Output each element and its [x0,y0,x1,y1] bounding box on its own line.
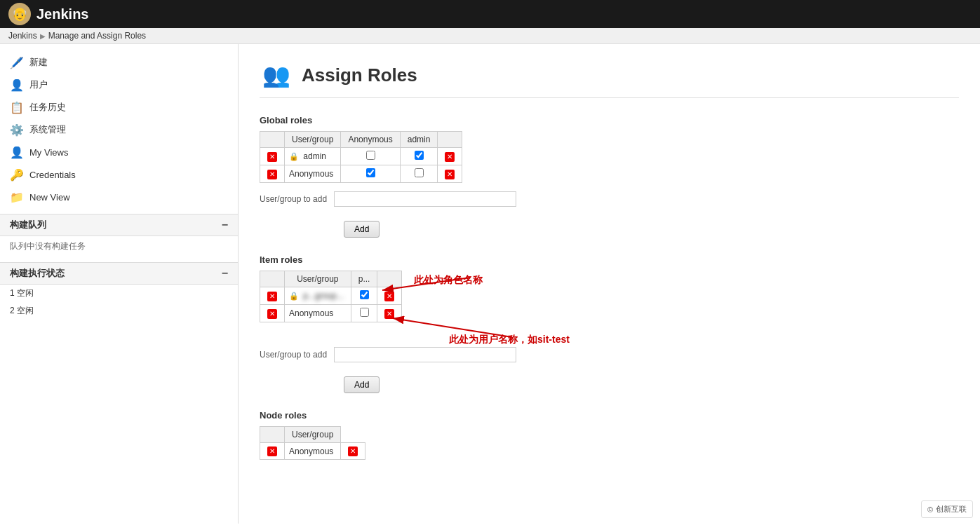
sidebar-item-credentials[interactable]: 🔑Credentials [0,163,238,186]
global-admin-check-1[interactable] [400,165,438,183]
delete-icon-global-0[interactable]: ✕ [267,152,277,162]
item-add-label: User/group to add [260,350,327,360]
col-header-admin: admin [400,132,438,148]
sidebar-icon-history: 📋 [10,100,24,114]
global-anon-check-1[interactable] [341,165,400,183]
delete2-icon-item-1[interactable]: ✕ [384,309,394,319]
sidebar-item-users[interactable]: 👤用户 [0,74,238,96]
app-header: 👴 Jenkins [0,0,980,28]
delete2-icon-global-1[interactable]: ✕ [445,170,455,179]
delete-icon-node-0[interactable]: ✕ [267,446,277,456]
page-title: Assign Roles [302,64,417,86]
sidebar-icon-manage: ⚙️ [10,123,24,137]
item-username-1: Anonymous [289,308,333,318]
item-col-delete [260,271,285,287]
item-role-check-1[interactable] [351,305,377,322]
delete-icon-item-1[interactable]: ✕ [267,309,277,319]
annotation-label-1: 此处为角色名称 [414,274,483,287]
global-add-label: User/group to add [260,194,327,204]
global-admin-check-0[interactable] [400,148,438,165]
item-role-row-0: ✕ 🔒 p...group... ✕ [260,287,402,305]
item-del2-btn-0[interactable]: ✕ [377,287,402,305]
sidebar-icon-newview: 📁 [10,190,24,204]
app-title: Jenkins [36,6,88,22]
node-del2-btn-0[interactable]: ✕ [341,443,365,460]
global-del-btn-1[interactable]: ✕ [260,165,285,183]
global-roles-title: Global roles [260,115,959,125]
build-status-list: 1 空闲2 空闲 [0,285,238,320]
item-username-blurred-0: p...group... [303,291,343,301]
jenkins-logo: 👴 [8,3,31,25]
global-anon-checkbox-0[interactable] [366,151,375,160]
node-role-row-0: ✕ Anonymous ✕ [260,443,365,460]
sidebar-label-credentials: Credentials [29,170,76,180]
item-role-checkbox-1[interactable] [360,308,369,317]
item-roles-add-row: User/group to add [260,347,959,362]
item-role-row-1: ✕ Anonymous ✕ [260,305,402,322]
col-header-anonymous: Anonymous [341,132,400,148]
global-user-cell-0: 🔒 admin [285,148,341,165]
node-roles-body: ✕ Anonymous ✕ [260,443,365,460]
global-add-input[interactable] [334,191,516,207]
main-layout: 🖊️新建👤用户📋任务历史⚙️系统管理👤My Views🔑Credentials📁… [0,44,980,524]
col-header-actions [438,132,462,148]
item-role-checkbox-0[interactable] [360,290,369,299]
node-del-btn-0[interactable]: ✕ [260,443,285,460]
build-status-title: 构建执行状态 [10,267,65,280]
breadcrumb: Jenkins ▶ Manage and Assign Roles [0,28,980,44]
watermark: © 创新互联 [921,500,973,518]
global-add-button[interactable]: Add [344,221,380,238]
delete2-icon-node-0[interactable]: ✕ [348,446,358,456]
build-queue-section: 构建队列 − [0,214,238,236]
item-col-usergroup: User/group [285,271,351,287]
delete-icon-item-0[interactable]: ✕ [267,292,277,301]
item-add-button[interactable]: Add [344,376,380,393]
global-roles-body: ✕ 🔒 admin ✕ ✕ Anonymous ✕ [260,148,462,183]
watermark-text: 创新互联 [936,504,967,514]
item-col-action2 [377,271,402,287]
sidebar-item-history[interactable]: 📋任务历史 [0,96,238,118]
build-status-collapse[interactable]: − [222,267,228,280]
sidebar-icon-users: 👤 [10,78,24,92]
page-title-icon: 👥 [260,58,293,92]
node-username-0: Anonymous [289,446,333,456]
breadcrumb-jenkins[interactable]: Jenkins [8,31,37,41]
global-admin-checkbox-1[interactable] [415,168,424,177]
delete2-icon-item-0[interactable]: ✕ [384,292,394,301]
sidebar-item-manage[interactable]: ⚙️系统管理 [0,118,238,141]
build-queue-title: 构建队列 [10,219,46,231]
delete-icon-global-1[interactable]: ✕ [267,170,277,179]
build-queue-collapse[interactable]: − [222,219,228,231]
svg-line-3 [393,318,512,337]
global-admin-checkbox-0[interactable] [415,151,424,160]
main-content: 👥 Assign Roles Global roles User/group A… [239,44,980,524]
sidebar-icon-new: 🖊️ [10,55,24,69]
item-del-btn-0[interactable]: ✕ [260,287,285,305]
global-anon-check-0[interactable] [341,148,400,165]
item-roles-title: Item roles [260,254,959,265]
item-del2-btn-1[interactable]: ✕ [377,305,402,322]
global-role-row-0: ✕ 🔒 admin ✕ [260,148,462,165]
global-del-btn-0[interactable]: ✕ [260,148,285,165]
global-del2-btn-1[interactable]: ✕ [438,165,462,183]
delete2-icon-global-0[interactable]: ✕ [445,152,455,162]
sidebar-label-manage: 系统管理 [29,123,66,136]
sidebar-nav: 🖊️新建👤用户📋任务历史⚙️系统管理👤My Views🔑Credentials📁… [0,51,238,208]
global-anon-checkbox-1[interactable] [366,168,375,177]
sidebar-item-myviews[interactable]: 👤My Views [0,141,238,163]
item-role-check-0[interactable] [351,287,377,305]
item-del-btn-1[interactable]: ✕ [260,305,285,322]
sidebar-icon-myviews: 👤 [10,145,24,159]
sidebar-item-newview[interactable]: 📁New View [0,186,238,208]
item-add-input[interactable] [334,347,516,362]
global-del2-btn-0[interactable]: ✕ [438,148,462,165]
item-col-role: p... [351,271,377,287]
node-col-delete [260,427,285,443]
global-role-row-1: ✕ Anonymous ✕ [260,165,462,183]
sidebar-icon-credentials: 🔑 [10,168,24,182]
sidebar-label-users: 用户 [29,79,48,91]
sidebar-item-new[interactable]: 🖊️新建 [0,51,238,74]
col-header-usergroup: User/group [285,132,341,148]
sidebar-label-new: 新建 [29,56,48,69]
item-roles-section: Item roles User/group p... ✕ 🔒 p. [260,254,959,393]
